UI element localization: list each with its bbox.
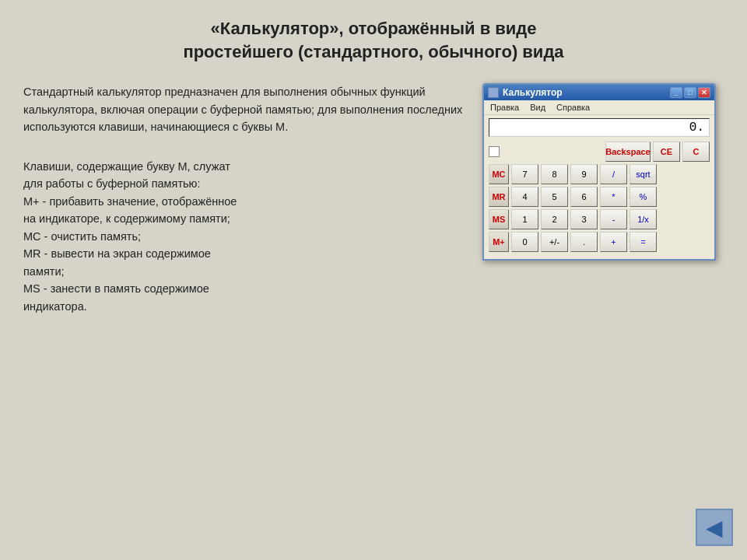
paragraph-1: Стандартный калькулятор предназначен для…: [23, 83, 467, 135]
btn-6[interactable]: 6: [570, 187, 598, 207]
ms-button[interactable]: MS: [489, 209, 509, 229]
content-area: Стандартный калькулятор предназначен для…: [0, 75, 747, 345]
calc-row-2: MC 7 8 9 / sqrt: [489, 164, 710, 184]
menu-item-view[interactable]: Вид: [527, 102, 549, 113]
calc-display-area: 0.: [484, 115, 714, 138]
minimize-button[interactable]: _: [670, 87, 682, 98]
sqrt-button[interactable]: sqrt: [630, 164, 657, 184]
calculator-column: Калькулятор _ □ ✕ Правка Вид: [482, 83, 724, 337]
paragraph-2: Клавиши, содержащие букву М, служат для …: [23, 158, 467, 315]
mc-button[interactable]: MC: [489, 164, 509, 184]
menu-item-help[interactable]: Справка: [553, 102, 593, 113]
sign-button[interactable]: +/-: [541, 232, 568, 252]
calc-title: Калькулятор: [488, 87, 563, 98]
calc-row-1: Backspace CE C: [489, 142, 710, 162]
calc-row-5: M+ 0 +/- . + =: [489, 232, 710, 252]
calc-row-3: MR 4 5 6 * %: [489, 187, 710, 207]
ce-button[interactable]: CE: [653, 142, 680, 162]
mplus-button[interactable]: M+: [489, 232, 509, 252]
equals-button[interactable]: =: [630, 232, 657, 252]
calc-row-4: MS 1 2 3 - 1/x: [489, 209, 710, 229]
divide-button[interactable]: /: [600, 164, 627, 184]
maximize-button[interactable]: □: [684, 87, 696, 98]
calc-buttons: Backspace CE C MC 7 8 9 / sqrt MR 4: [484, 138, 714, 259]
btn-7[interactable]: 7: [511, 164, 538, 184]
calculator-window: Калькулятор _ □ ✕ Правка Вид: [482, 83, 716, 261]
c-button[interactable]: C: [682, 142, 710, 162]
subtract-button[interactable]: -: [600, 209, 627, 229]
btn-9[interactable]: 9: [570, 164, 598, 184]
text-column: Стандартный калькулятор предназначен для…: [23, 83, 467, 337]
add-button[interactable]: +: [600, 232, 627, 252]
calc-menubar: Правка Вид Справка: [484, 100, 714, 115]
calc-title-buttons: _ □ ✕: [670, 87, 710, 98]
multiply-button[interactable]: *: [600, 187, 627, 207]
btn-3[interactable]: 3: [570, 209, 598, 229]
reciprocal-button[interactable]: 1/x: [630, 209, 657, 229]
back-arrow-icon: ◀: [706, 515, 723, 541]
calc-display: 0.: [489, 118, 710, 137]
page-title: «Калькулятор», отображённый в виде прост…: [0, 0, 747, 75]
close-button[interactable]: ✕: [698, 87, 710, 98]
btn-8[interactable]: 8: [541, 164, 568, 184]
menu-item-edit[interactable]: Правка: [487, 102, 522, 113]
nav-back-button[interactable]: ◀: [696, 509, 733, 546]
percent-button[interactable]: %: [630, 187, 657, 207]
calc-titlebar: Калькулятор _ □ ✕: [484, 85, 714, 100]
calc-app-icon: [488, 87, 499, 98]
decimal-button[interactable]: .: [570, 232, 598, 252]
btn-4[interactable]: 4: [511, 187, 538, 207]
memory-indicator: [489, 146, 500, 157]
mr-button[interactable]: MR: [489, 187, 509, 207]
btn-2[interactable]: 2: [541, 209, 568, 229]
btn-5[interactable]: 5: [541, 187, 568, 207]
btn-1[interactable]: 1: [511, 209, 538, 229]
btn-0[interactable]: 0: [511, 232, 538, 252]
backspace-button[interactable]: Backspace: [605, 142, 651, 162]
